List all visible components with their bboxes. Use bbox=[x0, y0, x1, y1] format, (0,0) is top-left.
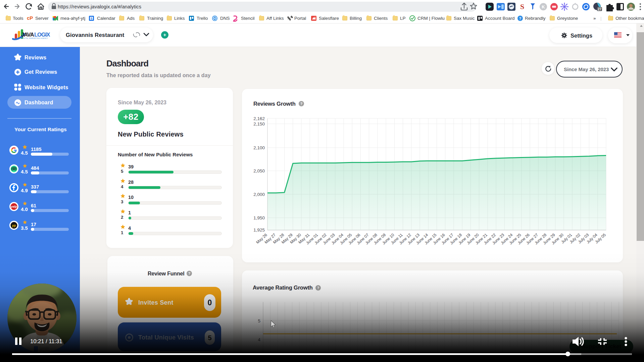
svg-text:5: 5 bbox=[91, 17, 92, 20]
svg-text:1,925: 1,925 bbox=[253, 227, 265, 232]
svg-text:K: K bbox=[542, 4, 545, 9]
svg-text:2,162: 2,162 bbox=[253, 116, 265, 121]
svg-text:2,000: 2,000 bbox=[253, 192, 265, 197]
svg-text:27: 27 bbox=[598, 7, 602, 11]
svg-text:1,950: 1,950 bbox=[253, 215, 265, 220]
svg-text:LOGIX: LOGIX bbox=[34, 32, 50, 38]
svg-text:yelp: yelp bbox=[10, 205, 17, 208]
svg-text:?: ? bbox=[519, 16, 522, 20]
svg-text:DIGITAL MARKETING AGENCY: DIGITAL MARKETING AGENCY bbox=[21, 38, 48, 39]
svg-text:S: S bbox=[520, 2, 524, 11]
svg-text:2,050: 2,050 bbox=[253, 168, 265, 173]
svg-text:JAVA: JAVA bbox=[21, 32, 34, 38]
svg-text:2,150: 2,150 bbox=[253, 121, 265, 126]
svg-text:2,100: 2,100 bbox=[253, 145, 265, 150]
svg-text:yp: yp bbox=[12, 224, 16, 227]
